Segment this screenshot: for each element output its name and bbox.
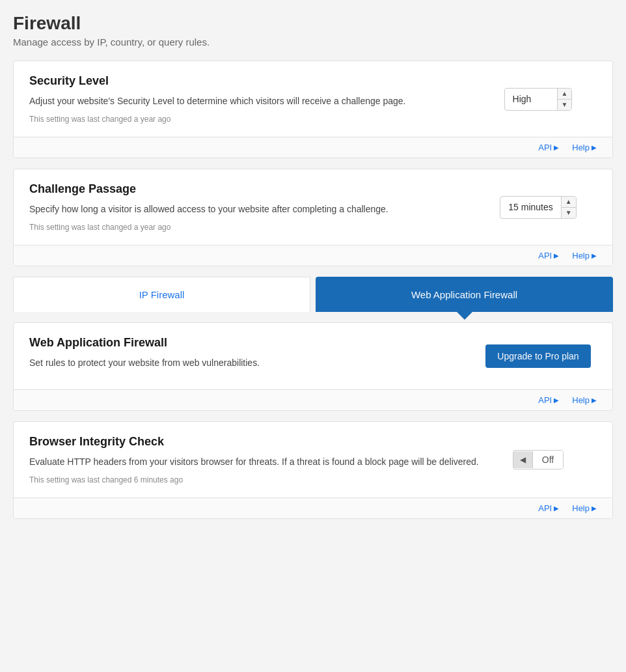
page-subtitle: Manage access by IP, country, or query r…	[13, 36, 613, 48]
waf-card: Web Application Firewall Set rules to pr…	[13, 322, 613, 411]
security-level-help-link[interactable]: Help ▶	[572, 143, 597, 152]
help-arrow-icon: ▶	[592, 144, 597, 151]
waf-help-link[interactable]: Help ▶	[572, 395, 597, 405]
security-level-card: Security Level Adjust your website's Sec…	[13, 61, 613, 158]
toggle-switch-icon[interactable]: ◀	[513, 451, 533, 468]
security-level-timestamp: This setting was last changed a year ago	[29, 115, 480, 124]
page-title: Firewall	[13, 13, 613, 34]
challenge-passage-api-link[interactable]: API ▶	[538, 251, 559, 260]
browser-integrity-api-link[interactable]: API ▶	[538, 503, 559, 513]
tab-container: IP Firewall Web Application Firewall	[13, 277, 613, 312]
challenge-help-arrow-icon: ▶	[592, 252, 597, 259]
waf-description: Set rules to protect your website from w…	[29, 356, 480, 370]
upgrade-to-pro-button[interactable]: Upgrade to Pro plan	[485, 344, 590, 368]
browser-integrity-help-link[interactable]: Help ▶	[572, 503, 597, 513]
toggle-state-label: Off	[533, 451, 563, 469]
waf-api-link[interactable]: API ▶	[538, 395, 559, 405]
challenge-passage-card: Challenge Passage Specify how long a vis…	[13, 169, 613, 266]
security-level-description: Adjust your website's Security Level to …	[29, 94, 480, 108]
tab-ip-firewall[interactable]: IP Firewall	[13, 277, 310, 312]
challenge-passage-description: Specify how long a visitor is allowed ac…	[29, 203, 480, 216]
challenge-passage-increment[interactable]: ▲	[562, 197, 576, 207]
challenge-passage-timestamp: This setting was last changed a year ago	[29, 223, 480, 232]
challenge-api-arrow-icon: ▶	[554, 252, 559, 259]
waf-title: Web Application Firewall	[29, 336, 480, 350]
browser-integrity-title: Browser Integrity Check	[29, 435, 480, 449]
waf-help-arrow-icon: ▶	[592, 397, 597, 404]
tab-waf[interactable]: Web Application Firewall	[316, 277, 613, 312]
security-level-api-link[interactable]: API ▶	[538, 143, 559, 152]
challenge-passage-title: Challenge Passage	[29, 182, 480, 196]
challenge-passage-select[interactable]: 15 minutes ▲ ▼	[500, 196, 576, 219]
security-level-increment[interactable]: ▲	[558, 89, 572, 99]
security-level-decrement[interactable]: ▼	[558, 100, 572, 110]
browser-integrity-timestamp: This setting was last changed 6 minutes …	[29, 475, 480, 484]
browser-integrity-description: Evaluate HTTP headers from your visitors…	[29, 455, 480, 469]
challenge-passage-decrement[interactable]: ▼	[562, 208, 576, 218]
challenge-passage-value: 15 minutes	[500, 198, 560, 216]
browser-api-arrow-icon: ▶	[554, 505, 559, 512]
security-level-title: Security Level	[29, 74, 480, 88]
api-arrow-icon: ▶	[554, 144, 559, 151]
browser-help-arrow-icon: ▶	[592, 505, 597, 512]
challenge-passage-help-link[interactable]: Help ▶	[572, 251, 597, 260]
security-level-select[interactable]: High ▲ ▼	[504, 88, 573, 111]
security-level-value: High	[505, 90, 557, 108]
waf-api-arrow-icon: ▶	[554, 397, 559, 404]
browser-integrity-toggle[interactable]: ◀ Off	[513, 450, 564, 469]
browser-integrity-card: Browser Integrity Check Evaluate HTTP he…	[13, 421, 613, 519]
